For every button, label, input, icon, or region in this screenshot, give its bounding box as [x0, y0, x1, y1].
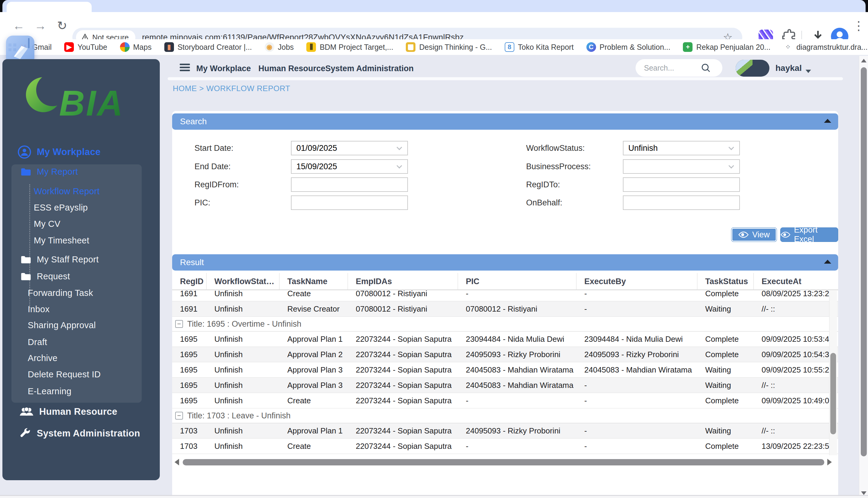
- bookmark-item[interactable]: ▮Storyboard Creator |...: [164, 42, 252, 52]
- bookmark-item[interactable]: ▶YouTube: [64, 42, 107, 52]
- table-row[interactable]: 1691UnfinishCreate07080012 - Ristiyani--…: [172, 290, 838, 301]
- end-date-combobox[interactable]: 15/09/2025: [291, 159, 408, 174]
- table-row[interactable]: 1691UnfinishRevise Creator07080012 - Ris…: [172, 301, 838, 317]
- table-cell: 24045083 - Mahdian Wiratama: [458, 381, 576, 390]
- sidebar-item-e-learning[interactable]: E-Learning: [28, 386, 71, 396]
- export-excel-button[interactable]: Export Excel: [780, 227, 838, 242]
- table-row[interactable]: 1695UnfinishApproval Plan 122073244 - So…: [172, 331, 838, 347]
- bookmark-item[interactable]: CProblem & Solution...: [586, 42, 670, 52]
- search-icon[interactable]: [701, 63, 711, 73]
- table-cell: -: [576, 442, 697, 451]
- sidebar-item-forwarding-task[interactable]: Forwarding Task: [28, 288, 93, 298]
- table-row[interactable]: 1703UnfinishApproval Plan 122073244 - So…: [172, 423, 838, 438]
- sidebar-item-sharing-approval[interactable]: Sharing Approval: [28, 320, 96, 330]
- workflow-status-combobox[interactable]: Unfinish: [623, 141, 740, 155]
- business-process-combobox[interactable]: [623, 159, 740, 174]
- column-header-executeby[interactable]: ExecuteBy: [576, 273, 697, 290]
- bookmark-item[interactable]: Maps: [120, 42, 152, 52]
- sidebar-item-my-staff-report[interactable]: My Staff Report: [21, 254, 98, 264]
- sidebar-item-request[interactable]: Request: [21, 272, 70, 281]
- sidebar-item-inbox[interactable]: Inbox: [28, 304, 50, 314]
- search-panel-header[interactable]: Search: [172, 114, 838, 130]
- table-vertical-scrollbar[interactable]: [829, 291, 837, 455]
- sidebar-item-archive[interactable]: Archive: [28, 353, 57, 363]
- sidebar-item-my-cv[interactable]: My CV: [34, 219, 61, 229]
- column-header-taskstatus[interactable]: TaskStatus: [697, 273, 754, 290]
- table-group-header[interactable]: −Title: 1695 : Overtime - Unfinish: [172, 317, 838, 331]
- start-date-combobox[interactable]: 01/09/2025: [291, 141, 408, 155]
- sidebar-item-system-administration[interactable]: System Administration: [19, 428, 140, 440]
- scroll-down-icon[interactable]: [861, 492, 867, 495]
- result-panel-header[interactable]: Result: [172, 254, 838, 271]
- end-date-label: End Date:: [195, 159, 231, 174]
- sidebar-item-label: Human Resource: [39, 406, 117, 417]
- bookmark-item[interactable]: ⁘diagramstruktur.dra...: [783, 42, 867, 52]
- hamburger-menu-icon[interactable]: [180, 62, 190, 73]
- back-icon[interactable]: ←: [10, 12, 28, 39]
- sidebar-item-my-workplace[interactable]: My Workplace: [17, 145, 101, 159]
- scroll-up-icon[interactable]: [861, 59, 867, 63]
- regid-from-input[interactable]: [291, 178, 408, 192]
- page-scroll-thumb[interactable]: [861, 67, 867, 456]
- sidebar-item-my-report[interactable]: My Report: [21, 167, 78, 177]
- table-group-header[interactable]: −Title: 1703 : Leave - Unfinish: [172, 408, 838, 423]
- sidebar-item-draft[interactable]: Draft: [28, 337, 47, 347]
- sidebar-item-my-timesheet[interactable]: My Timesheet: [34, 236, 89, 246]
- scroll-right-icon[interactable]: [827, 459, 832, 466]
- sidebar-item-label: My Report: [37, 167, 78, 177]
- table-cell: 1695: [172, 396, 206, 405]
- scroll-left-icon[interactable]: [175, 459, 179, 466]
- chevron-down-icon: [729, 144, 734, 150]
- bookmark-item[interactable]: +Rekap Penjualan 20...: [683, 42, 770, 52]
- vertical-scroll-thumb[interactable]: [830, 353, 836, 434]
- bookmark-item[interactable]: 8Toko Kita Report: [505, 42, 574, 52]
- collapse-group-icon[interactable]: −: [175, 320, 183, 328]
- global-search-box[interactable]: [636, 59, 722, 77]
- user-avatar[interactable]: [736, 60, 770, 77]
- export-excel-button-label: Export Excel: [794, 225, 838, 244]
- bookmark-item[interactable]: ◉Jobs: [265, 42, 294, 52]
- result-collapse-icon[interactable]: [824, 260, 831, 264]
- column-header-regid[interactable]: RegID: [172, 273, 206, 290]
- collapse-group-icon[interactable]: −: [175, 412, 183, 420]
- topnav-system-administration[interactable]: System Administration: [325, 64, 414, 73]
- browser-active-tab[interactable]: [6, 2, 92, 12]
- column-header-taskname[interactable]: TaskName: [280, 273, 348, 290]
- group-title: Title: 1703 : Leave - Unfinish: [187, 411, 291, 420]
- table-row[interactable]: 1695UnfinishApproval Plan 322073244 - So…: [172, 378, 838, 393]
- sidebar-item-workflow-report[interactable]: Workflow Report: [34, 186, 99, 196]
- horizontal-scroll-thumb[interactable]: [183, 459, 824, 466]
- column-header-workflowstatus[interactable]: WorkflowStat…: [206, 273, 280, 290]
- column-header-empidas[interactable]: EmpIDAs: [348, 273, 458, 290]
- bookmark-label: BDM Project Target,...: [320, 43, 393, 52]
- forward-icon[interactable]: →: [31, 12, 50, 39]
- table-row[interactable]: 1695UnfinishApproval Plan 222073244 - So…: [172, 347, 838, 362]
- table-cell: Approval Plan 1: [280, 335, 348, 344]
- table-row[interactable]: 1703UnfinishCreate22073244 - Sopian Sapu…: [172, 438, 838, 454]
- on-behalf-input[interactable]: [623, 195, 740, 210]
- topnav-human-resource[interactable]: Human Resource: [258, 64, 325, 73]
- reload-icon[interactable]: ↻: [53, 12, 71, 39]
- user-menu-caret-icon[interactable]: [805, 69, 811, 74]
- sidebar-item-ess-epayslip[interactable]: ESS ePayslip: [34, 203, 88, 213]
- sidebar-item-delete-request-id[interactable]: Delete Request ID: [28, 369, 101, 379]
- table-horizontal-scrollbar[interactable]: [172, 458, 838, 466]
- table-row[interactable]: 1695UnfinishCreate22073244 - Sopian Sapu…: [172, 393, 838, 408]
- bookmark-item[interactable]: ⫼BDM Project Target,...: [306, 42, 393, 52]
- topnav-my-workplace[interactable]: My Workplace: [196, 64, 251, 73]
- regid-to-input[interactable]: [623, 178, 740, 192]
- pic-input[interactable]: [291, 195, 408, 210]
- username-label[interactable]: haykal: [775, 63, 802, 73]
- bookmark-item[interactable]: ▢Design Thinking - G...: [406, 42, 492, 52]
- search-collapse-icon[interactable]: [824, 119, 831, 123]
- column-header-pic[interactable]: PIC: [458, 273, 576, 290]
- view-button[interactable]: View: [731, 227, 777, 242]
- global-search-input[interactable]: [643, 63, 701, 73]
- sidebar-item-human-resource[interactable]: Human Resource: [19, 406, 117, 417]
- table-cell: 1695: [172, 335, 206, 344]
- table-row[interactable]: 1695UnfinishApproval Plan 322073244 - So…: [172, 362, 838, 378]
- breadcrumb[interactable]: HOME > WORKFLOW REPORT: [173, 84, 290, 93]
- column-header-executeat[interactable]: ExecuteAt: [754, 273, 838, 290]
- browser-menu-icon[interactable]: ⋮: [853, 12, 865, 39]
- page-scrollbar[interactable]: [859, 56, 868, 498]
